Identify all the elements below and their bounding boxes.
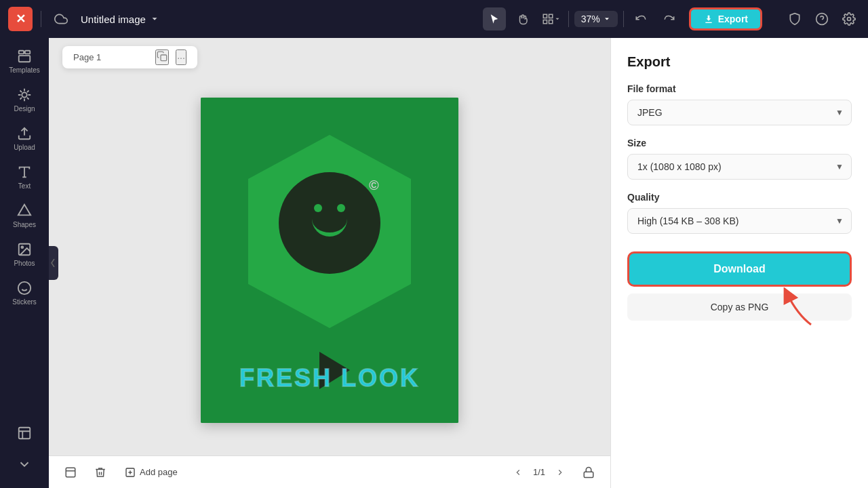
settings-icon-btn[interactable] xyxy=(838,8,860,30)
document-title[interactable]: Untitled image xyxy=(81,14,159,25)
prev-page-btn[interactable] xyxy=(509,463,528,482)
download-arrow-annotation xyxy=(777,287,818,331)
sidebar-item-collapse[interactable] xyxy=(4,451,45,477)
size-wrapper: 1x (1080 x 1080 px)2x (2160 x 2160 px)Cu… xyxy=(627,154,852,180)
export-panel-title: Export xyxy=(627,54,852,70)
undo-btn[interactable] xyxy=(629,7,652,30)
page-more-btn[interactable]: ··· xyxy=(176,49,186,65)
size-label: Size xyxy=(627,138,852,148)
sidebar-item-design[interactable]: Design xyxy=(4,82,45,118)
zoom-control[interactable]: 37% xyxy=(574,11,618,27)
file-format-select[interactable]: JPEGPNGPDFSVGGIFMP4 xyxy=(627,100,852,125)
svg-point-15 xyxy=(21,246,23,248)
canvas-page: © FRESH LOOK xyxy=(201,98,458,423)
svg-point-16 xyxy=(18,282,31,294)
help-icon-btn[interactable] xyxy=(811,8,833,30)
canvas-bottom-bar: Add page 1/1 xyxy=(49,455,610,488)
grid-tool-btn[interactable] xyxy=(540,7,563,30)
svg-rect-23 xyxy=(66,468,75,477)
sidebar-item-photos[interactable]: Photos xyxy=(4,237,45,272)
svg-rect-20 xyxy=(161,55,167,61)
size-select[interactable]: 1x (1080 x 1080 px)2x (2160 x 2160 px)Cu… xyxy=(627,154,852,180)
select-tool-btn[interactable] xyxy=(483,7,506,30)
topbar-icons xyxy=(784,8,860,30)
sidebar: Templates Design Upload Text xyxy=(0,38,49,488)
svg-point-6 xyxy=(848,18,851,21)
hand-tool-btn[interactable] xyxy=(511,7,534,30)
lock-btn[interactable] xyxy=(578,462,599,483)
main-layout: Templates Design Upload Text xyxy=(0,38,868,488)
left-eye xyxy=(314,204,322,212)
sidebar-item-upload[interactable]: Upload xyxy=(4,121,45,157)
sidebar-item-shapes[interactable]: Shapes xyxy=(4,198,45,234)
sidebar-item-templates[interactable]: Templates xyxy=(4,43,45,79)
svg-rect-7 xyxy=(19,51,24,54)
quality-select[interactable]: High (154 KB – 308 KB)MediumLow xyxy=(627,208,852,234)
page-thumbnail-btn[interactable] xyxy=(60,462,81,483)
sidebar-item-text[interactable]: Text xyxy=(4,159,45,195)
svg-rect-9 xyxy=(19,56,31,62)
topbar: ✕ Untitled image xyxy=(0,0,868,38)
svg-rect-3 xyxy=(549,20,552,24)
svg-rect-1 xyxy=(549,14,552,18)
export-button[interactable]: Export xyxy=(689,7,762,30)
svg-rect-8 xyxy=(25,51,30,54)
svg-rect-2 xyxy=(543,20,547,24)
app-logo[interactable]: ✕ xyxy=(8,7,33,31)
page-navigation: 1/1 xyxy=(509,463,570,482)
sidebar-item-stickers[interactable]: Stickers xyxy=(4,275,45,311)
fresh-look-text: FRESH LOOK xyxy=(239,364,420,392)
right-eye xyxy=(337,204,345,212)
character-smile xyxy=(312,219,347,237)
svg-rect-27 xyxy=(584,472,593,477)
page-label: Page 1 xyxy=(73,52,101,62)
character-circle xyxy=(279,172,380,274)
redo-btn[interactable] xyxy=(658,7,681,30)
file-format-wrapper: JPEGPNGPDFSVGGIFMP4 ▼ xyxy=(627,100,852,125)
add-page-btn[interactable]: Add page xyxy=(119,464,183,481)
export-panel: Export File format JPEGPNGPDFSVGGIFMP4 ▼… xyxy=(610,38,868,488)
sidebar-item-extra[interactable] xyxy=(4,420,45,446)
canvas-wrapper[interactable]: © FRESH LOOK xyxy=(49,38,610,455)
page-copy-btn[interactable] xyxy=(155,49,169,65)
sidebar-collapse-handle[interactable] xyxy=(49,246,58,280)
next-page-btn[interactable] xyxy=(551,463,570,482)
delete-page-btn[interactable] xyxy=(90,462,111,483)
file-format-label: File format xyxy=(627,83,852,94)
svg-point-10 xyxy=(22,92,26,97)
download-button[interactable]: Download xyxy=(627,251,852,287)
canvas-area: Page 1 ··· xyxy=(49,38,610,488)
page-toolbar: Page 1 ··· xyxy=(62,46,197,68)
copy-as-png-button[interactable]: Copy as PNG xyxy=(627,293,852,321)
quality-wrapper: High (154 KB – 308 KB)MediumLow ▼ xyxy=(627,208,852,234)
character-eyes xyxy=(314,204,345,212)
design-background: © FRESH LOOK xyxy=(201,98,458,423)
copyright-symbol: © xyxy=(369,178,379,193)
quality-label: Quality xyxy=(627,192,852,203)
shield-icon-btn[interactable] xyxy=(784,8,806,30)
cloud-save-icon[interactable] xyxy=(50,7,73,30)
svg-rect-19 xyxy=(19,428,31,439)
svg-rect-0 xyxy=(543,14,547,18)
download-section: Download xyxy=(627,246,852,293)
